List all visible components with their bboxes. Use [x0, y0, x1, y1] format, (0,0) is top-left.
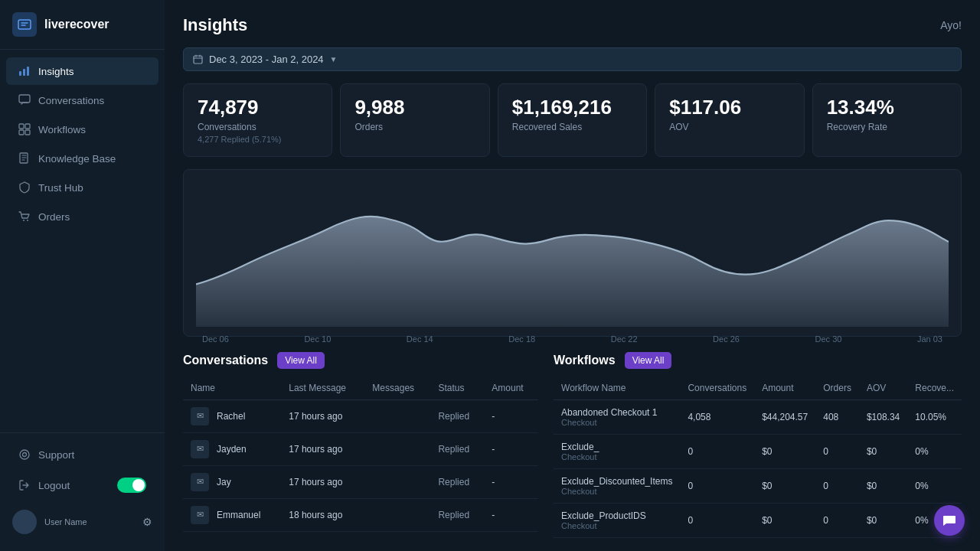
conversations-table: Name Last Message Messages Status Amount…: [183, 377, 538, 532]
chat-icon: [18, 94, 31, 106]
conv-col-name: Name: [183, 377, 281, 400]
conv-col-last-message: Last Message: [281, 377, 364, 400]
conv-col-amount: Amount: [484, 377, 538, 400]
stat-label-recovered: Recovered Sales: [512, 122, 632, 132]
wf-aov: $0: [859, 503, 907, 537]
stat-label-conversations: Conversations: [198, 122, 318, 132]
table-row[interactable]: ✉ Jayden 17 hours ago Replied -: [183, 432, 538, 465]
conv-name: Emmanuel: [217, 510, 260, 520]
stat-value-recovered: $1,169,216: [512, 96, 632, 119]
conversations-view-all-button[interactable]: View All: [277, 352, 325, 369]
sidebar-item-support[interactable]: Support: [6, 441, 158, 468]
wf-orders: 408: [815, 399, 859, 434]
grid-icon: [18, 123, 31, 135]
sidebar-bottom: Support Logout User Name ⚙: [0, 432, 165, 551]
workflows-view-all-button[interactable]: View All: [625, 352, 672, 369]
stat-value-conversations: 74,879: [198, 96, 318, 119]
wf-conversations: 0: [680, 468, 754, 503]
sidebar-item-conversations[interactable]: Conversations: [6, 86, 158, 114]
conv-name-cell: ✉ Emmanuel: [183, 498, 281, 531]
stat-label-rate: Recovery Rate: [827, 122, 947, 132]
workflows-section-header: Workflows View All: [554, 352, 962, 369]
logo-text: liverecover: [44, 18, 109, 31]
wf-amount: $0: [754, 434, 815, 468]
message-icon: ✉: [191, 407, 209, 425]
table-row[interactable]: Abandoned Checkout 1 Checkout 4,058 $44,…: [554, 399, 962, 434]
workflows-table: Workflow Name Conversations Amount Order…: [554, 377, 962, 538]
chart-label-dec30: Dec 30: [815, 334, 842, 344]
page-header: Insights Ayo!: [183, 15, 962, 35]
conv-amount: -: [484, 465, 538, 498]
stats-row: 74,879 Conversations 4,277 Replied (5.71…: [183, 83, 962, 157]
logout-icon: [18, 479, 31, 491]
svg-rect-8: [25, 130, 30, 135]
svg-point-12: [20, 450, 29, 459]
table-row[interactable]: Exclude_Discounted_Items Checkout 0 $0 0…: [554, 468, 962, 503]
wf-recovery: 0%: [907, 434, 962, 468]
avatar-info: User Name: [44, 517, 135, 527]
chart-label-dec18: Dec 18: [508, 334, 535, 344]
message-icon: ✉: [191, 506, 209, 524]
table-row[interactable]: ✉ Jay 17 hours ago Replied -: [183, 465, 538, 498]
main-content: Insights Ayo! Dec 3, 2023 - Jan 2, 2024 …: [165, 0, 980, 551]
workflows-section-title: Workflows: [554, 354, 616, 367]
message-icon: ✉: [191, 473, 209, 491]
chart-label-dec26: Dec 26: [713, 334, 740, 344]
stat-recovery-rate: 13.34% Recovery Rate: [812, 83, 962, 157]
conv-last-message: 17 hours ago: [281, 432, 364, 465]
svg-point-10: [23, 220, 24, 221]
chart-label-dec14: Dec 14: [407, 334, 433, 344]
table-row[interactable]: ✉ Rachel 17 hours ago Replied -: [183, 399, 538, 432]
wf-name-cell: Exclude_Discounted_Items Checkout: [554, 468, 680, 503]
wf-conversations: 4,058: [680, 399, 754, 434]
sidebar-item-workflows[interactable]: Workflows: [6, 116, 158, 143]
conv-messages: [364, 498, 430, 531]
area-chart: Dec 06 Dec 10 Dec 14 Dec 18 Dec 22 Dec 2…: [183, 169, 962, 337]
sidebar-item-knowledge-base[interactable]: Knowledge Base: [6, 145, 158, 172]
stat-label-aov: AOV: [669, 122, 789, 132]
date-range-label: Dec 3, 2023 - Jan 2, 2024: [209, 54, 324, 65]
conversations-section-title: Conversations: [183, 354, 268, 367]
table-row[interactable]: ✉ Emmanuel 18 hours ago Replied -: [183, 498, 538, 531]
chart-label-dec22: Dec 22: [611, 334, 638, 344]
wf-amount: $0: [754, 468, 815, 503]
conv-amount: -: [484, 498, 538, 531]
conv-messages: [364, 432, 430, 465]
svg-rect-7: [19, 130, 24, 135]
conv-last-message: 17 hours ago: [281, 399, 364, 432]
sidebar-item-orders[interactable]: Orders: [6, 203, 158, 230]
chevron-down-icon: ▼: [330, 55, 338, 64]
svg-point-13: [23, 453, 27, 457]
wf-amount: $0: [754, 503, 815, 537]
svg-rect-14: [194, 56, 202, 64]
calendar-icon: [193, 54, 203, 64]
main-nav: Insights Conversations Workflows Knowl: [0, 50, 165, 432]
sidebar-item-logout[interactable]: Logout: [6, 470, 158, 500]
wf-name-cell: Exclude_ProductIDS Checkout: [554, 503, 680, 537]
svg-rect-1: [19, 71, 21, 76]
page-title: Insights: [183, 15, 247, 35]
stat-value-aov: $117.06: [669, 96, 789, 119]
logout-toggle[interactable]: [117, 478, 146, 493]
sidebar-item-trust-hub[interactable]: Trust Hub: [6, 174, 158, 201]
shield-icon: [18, 181, 31, 194]
settings-icon[interactable]: ⚙: [142, 516, 152, 528]
conversations-section-header: Conversations View All: [183, 352, 538, 369]
conv-status: Replied: [430, 432, 484, 465]
message-icon: ✉: [191, 440, 209, 458]
sidebar: liverecover Insights Conversations: [0, 0, 165, 551]
conv-name: Rachel: [217, 411, 245, 422]
conv-name: Jay: [217, 477, 231, 487]
table-row[interactable]: Exclude_ Checkout 0 $0 0 $0 0%: [554, 434, 962, 468]
cart-icon: [18, 210, 31, 223]
conv-messages: [364, 465, 430, 498]
conv-col-status: Status: [430, 377, 484, 400]
conv-last-message: 18 hours ago: [281, 498, 364, 531]
date-range-picker[interactable]: Dec 3, 2023 - Jan 2, 2024 ▼: [183, 47, 962, 71]
chat-widget-icon: [942, 513, 957, 528]
conv-amount: -: [484, 432, 538, 465]
chat-widget[interactable]: [934, 505, 965, 536]
conv-name-cell: ✉ Jay: [183, 465, 281, 498]
table-row[interactable]: Exclude_ProductIDS Checkout 0 $0 0 $0 0%: [554, 503, 962, 537]
sidebar-item-insights[interactable]: Insights: [6, 57, 158, 85]
